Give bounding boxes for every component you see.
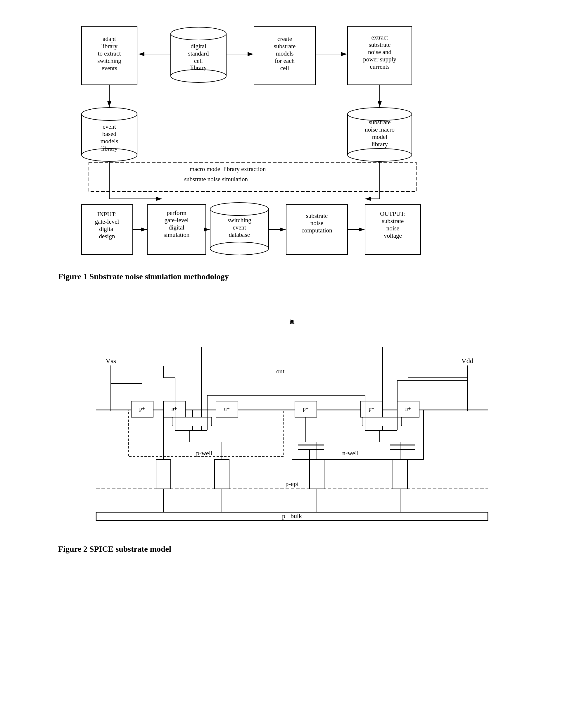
figure1-container: adapt library to extract switching event… [58,18,526,281]
svg-text:noise and: noise and [368,49,391,56]
svg-text:OUTPUT:: OUTPUT: [380,210,406,217]
svg-text:n+: n+ [405,406,411,412]
svg-text:digital: digital [191,43,206,50]
svg-text:simulation: simulation [164,231,190,238]
svg-rect-129 [362,417,402,426]
svg-text:substrate: substrate [306,212,328,219]
svg-point-65 [210,203,269,215]
svg-text:adapt: adapt [103,35,116,43]
svg-text:cell: cell [194,57,203,64]
svg-text:switching: switching [97,57,121,64]
svg-text:models: models [276,50,294,57]
svg-text:library: library [190,64,207,71]
svg-point-68 [210,242,269,255]
svg-text:library: library [372,140,388,148]
svg-text:library: library [101,43,117,50]
svg-text:currents: currents [370,63,390,70]
svg-rect-143 [393,460,407,489]
svg-text:power supply: power supply [363,56,396,63]
svg-text:voltage: voltage [384,232,402,239]
diagram2-svg: p+ bulk p-epi Vss Vdd in out p-well n-we… [73,296,511,536]
svg-text:event: event [233,224,246,231]
svg-text:library: library [101,145,117,152]
svg-text:substrate: substrate [274,43,296,50]
svg-text:based: based [102,130,116,137]
svg-text:extract: extract [371,34,388,41]
svg-text:gate-level: gate-level [95,218,119,225]
figure2-container: p+ bulk p-epi Vss Vdd in out p-well n-we… [58,296,526,554]
svg-text:noise: noise [311,219,323,227]
figure2-caption: Figure 2 SPICE substrate model [58,544,526,554]
svg-text:perform: perform [167,209,186,216]
svg-text:database: database [229,231,250,238]
svg-text:p+ bulk: p+ bulk [282,512,302,520]
svg-text:p+: p+ [369,406,374,412]
svg-text:noise: noise [387,225,399,232]
svg-text:Vdd: Vdd [461,357,473,365]
svg-rect-140 [310,460,324,489]
svg-text:for each: for each [275,57,295,64]
svg-text:n+: n+ [171,406,177,412]
svg-text:switching: switching [228,217,251,224]
svg-text:p-epi: p-epi [285,480,298,487]
svg-text:event: event [103,123,116,130]
svg-rect-137 [215,460,229,489]
svg-text:standard: standard [188,50,209,57]
diagram1-svg: adapt library to extract switching event… [73,18,511,263]
svg-text:cell: cell [280,64,289,72]
svg-text:digital: digital [99,226,115,232]
svg-text:digital: digital [169,224,184,231]
svg-point-6 [171,27,226,40]
svg-text:substrate: substrate [369,41,391,48]
svg-rect-134 [156,460,171,489]
svg-point-9 [171,70,226,82]
svg-point-40 [348,149,412,161]
svg-text:computation: computation [302,227,332,234]
svg-text:gate-level: gate-level [164,217,189,224]
svg-text:to extract: to extract [98,50,121,57]
svg-text:p+: p+ [303,406,308,412]
svg-text:macro model library extraction: macro model library extraction [190,165,266,173]
figure1-caption: Figure 1 Substrate noise simulation meth… [58,272,526,281]
svg-text:n-well: n-well [342,449,359,457]
svg-text:create: create [277,35,292,43]
svg-text:models: models [101,138,118,145]
svg-text:noise macro: noise macro [365,126,395,133]
svg-text:n+: n+ [224,406,230,412]
svg-text:model: model [372,133,388,140]
svg-text:p+: p+ [139,406,145,412]
svg-text:p-well: p-well [196,449,212,457]
svg-text:substrate: substrate [382,217,404,225]
svg-rect-123 [172,417,212,426]
svg-text:Vss: Vss [106,357,116,365]
svg-text:events: events [101,64,117,72]
svg-text:out: out [276,367,284,375]
svg-text:INPUT:: INPUT: [97,211,117,218]
svg-text:design: design [99,233,115,240]
svg-text:substrate: substrate [369,119,391,126]
svg-text:substrate noise simulation: substrate noise simulation [184,176,248,183]
svg-point-29 [82,108,137,121]
